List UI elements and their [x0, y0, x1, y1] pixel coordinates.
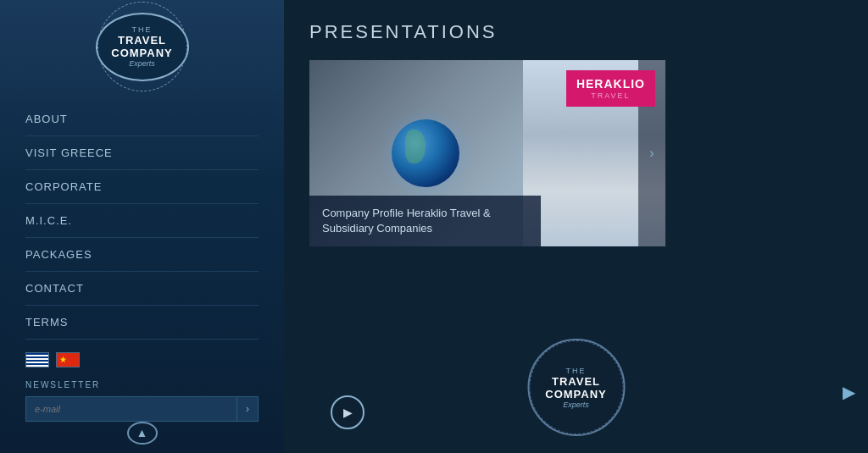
page-title: PRESENTATIONS — [309, 21, 843, 43]
nav-item-visit-greece[interactable]: VISIT GREECE — [25, 136, 259, 170]
nav-item-about[interactable]: ABOUT — [25, 102, 259, 136]
newsletter-section: NEWSLETTER › — [0, 367, 284, 422]
main-content: PRESENTATIONS HERAKLIO TRAVEL Company Pr… — [284, 0, 868, 453]
flag-chinese[interactable] — [56, 352, 80, 367]
language-flags — [0, 340, 284, 367]
main-nav: ABOUT VISIT GREECE CORPORATE M.I.C.E. PA… — [0, 102, 284, 340]
presentation-card[interactable]: HERAKLIO TRAVEL Company Profile Heraklio… — [309, 60, 665, 246]
heraklio-badge: HERAKLIO TRAVEL — [566, 70, 655, 107]
nav-item-packages[interactable]: PACKAGES — [25, 238, 259, 272]
bottom-logo-ring — [529, 340, 623, 434]
nav-item-contact[interactable]: CONTACT — [25, 272, 259, 306]
right-arrow-icon[interactable]: ▶ — [843, 382, 855, 402]
card-caption: Company Profile Heraklio Travel & Subsid… — [309, 196, 541, 246]
bottom-logo-circle: THE TRAVEL COMPANY Experts — [527, 339, 625, 436]
newsletter-submit-button[interactable]: › — [237, 396, 259, 422]
heraklio-sub: TRAVEL — [576, 91, 645, 100]
globe-icon — [392, 119, 459, 187]
logo-ring — [97, 2, 187, 91]
flag-greek[interactable] — [25, 352, 49, 367]
newsletter-input[interactable] — [25, 396, 237, 422]
bottom-logo: THE TRAVEL COMPANY Experts — [527, 339, 625, 436]
card-caption-text: Company Profile Heraklio Travel & Subsid… — [322, 206, 528, 236]
nav-item-corporate[interactable]: CORPORATE — [25, 170, 259, 204]
nav-item-mice[interactable]: M.I.C.E. — [25, 204, 259, 238]
play-button[interactable]: ▶ — [331, 395, 364, 429]
scroll-up-button[interactable]: ▲ — [127, 422, 158, 445]
logo[interactable]: THE TRAVEL COMPANY Experts — [96, 13, 189, 81]
nav-item-terms[interactable]: TERMS — [25, 306, 259, 340]
newsletter-form: › — [25, 396, 259, 422]
sidebar: THE TRAVEL COMPANY Experts ABOUT VISIT G… — [0, 0, 284, 453]
heraklio-title: HERAKLIO — [576, 77, 645, 91]
newsletter-label: NEWSLETTER — [25, 380, 259, 389]
